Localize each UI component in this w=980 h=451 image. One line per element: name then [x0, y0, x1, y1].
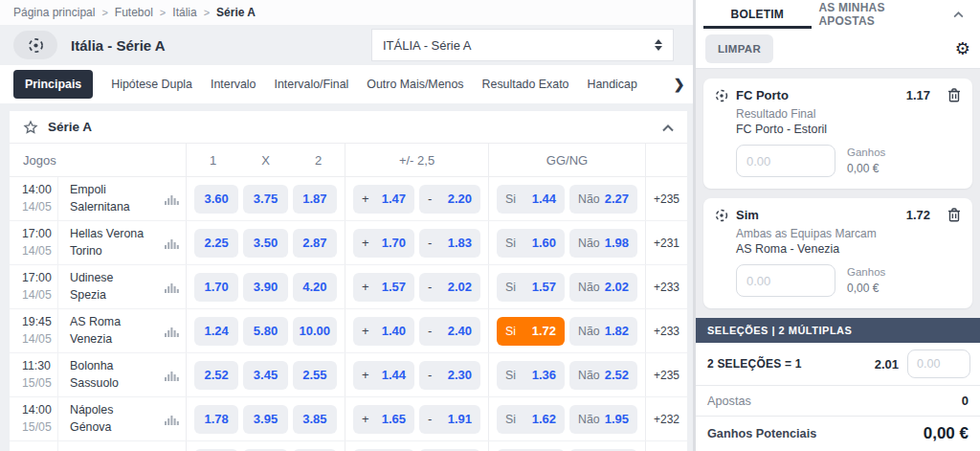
more-markets-link[interactable]: +233	[645, 265, 687, 308]
betslip-collapse-icon[interactable]	[942, 0, 974, 29]
more-markets-link[interactable]	[645, 441, 687, 451]
odds-home-button[interactable]: 2.25	[194, 229, 238, 258]
odds-btts-no-button[interactable]: Não2.02	[569, 273, 637, 302]
betslip-actions: LIMPAR ⚙	[696, 29, 980, 69]
odds-home-button[interactable]: 1.78	[194, 405, 238, 434]
odds-btts-no-button[interactable]: Não1.95	[569, 405, 637, 434]
more-markets-link[interactable]: +233	[645, 309, 687, 352]
odds-home-button[interactable]: 3.60	[194, 185, 238, 214]
stats-icon[interactable]	[157, 221, 186, 264]
odds-btts-no-button[interactable]: Não1.98	[569, 229, 637, 258]
odds-away-button[interactable]: 2.55	[293, 361, 337, 390]
selection-stake-row: Ganhos 0,00 €	[736, 264, 961, 297]
market-tab-intervalo[interactable]: Intervalo	[211, 78, 256, 91]
tab-as-minhas-apostas[interactable]: AS MINHAS APOSTAS	[819, 0, 943, 29]
odds-under-button[interactable]: -2.40	[419, 317, 480, 346]
odds-draw-button[interactable]: 3.90	[243, 273, 287, 302]
more-markets-link[interactable]: +231	[645, 221, 687, 264]
odds-btts-yes-button[interactable]: Si1.36	[497, 361, 565, 390]
odds-over-button[interactable]: +1.57	[353, 273, 414, 302]
tabs-scroll-right-icon[interactable]: ❯	[674, 77, 685, 92]
odds-away-button[interactable]: 1.87	[293, 185, 337, 214]
betslip-sidebar: BOLETIM AS MINHAS APOSTAS LIMPAR ⚙ FC Po…	[693, 0, 980, 451]
btts-group: Si1.57 Não2.02	[488, 265, 645, 308]
odds-away-button[interactable]: 4.20	[293, 273, 337, 302]
match-teams[interactable]: Hellas Verona Torino	[57, 221, 157, 264]
market-tab-hip-tese-dupla[interactable]: Hipótese Dupla	[111, 78, 192, 91]
odds-draw-button[interactable]: 3.50	[243, 229, 287, 258]
breadcrumb-italia[interactable]: Itália	[172, 6, 196, 19]
odds-away-button[interactable]: 3.85	[293, 405, 337, 434]
kickoff-date: 15/05	[22, 375, 57, 392]
odds-over-button[interactable]: +1.44	[353, 361, 414, 390]
gains-value: 0,00 €	[847, 281, 885, 297]
match-teams[interactable]: Nápoles Génova	[57, 397, 157, 440]
match-row: 11:30 15/05 Bolonha Sassuolo 2.52 3.45 2…	[10, 353, 687, 397]
odds-draw-button[interactable]: 3.75	[243, 185, 287, 214]
odds-home-button[interactable]: 1.24	[194, 317, 238, 346]
star-icon[interactable]	[23, 120, 38, 135]
gear-icon[interactable]: ⚙	[955, 40, 970, 57]
league-select[interactable]: ITÁLIA - Série A	[371, 29, 674, 61]
more-markets-link[interactable]: +235	[645, 177, 687, 220]
stake-input[interactable]	[736, 145, 835, 177]
odds-btts-yes-button[interactable]: Si1.62	[497, 405, 565, 434]
match-teams[interactable]: Bolonha Sassuolo	[57, 353, 157, 396]
odds-draw-button[interactable]: 5.80	[243, 317, 287, 346]
clear-button[interactable]: LIMPAR	[705, 34, 773, 63]
tab-boletim[interactable]: BOLETIM	[696, 0, 819, 29]
selection-header: Sim 1.72	[715, 208, 961, 222]
odds-btts-no-button[interactable]: Não2.52	[569, 361, 637, 390]
odds-under-button[interactable]: -1.91	[419, 405, 480, 434]
odds-over-button[interactable]: +1.65	[353, 405, 414, 434]
odds-home-button[interactable]: 1.70	[194, 273, 238, 302]
btts-group	[488, 441, 645, 451]
odds-under-button[interactable]: -2.20	[419, 185, 480, 214]
match-teams[interactable]: Empoli Salernitana	[57, 177, 157, 220]
odds-under-button[interactable]: -1.83	[419, 229, 480, 258]
odds-btts-no-button[interactable]: Não2.27	[569, 185, 637, 214]
odds-away-button[interactable]: 10.00	[293, 317, 337, 346]
chevron-up-icon[interactable]	[662, 119, 674, 136]
odds-btts-yes-button[interactable]: Si1.72	[497, 317, 565, 346]
league-section-header[interactable]: Série A	[10, 111, 687, 144]
odds-draw-button[interactable]: 3.95	[243, 405, 287, 434]
odds-over-button[interactable]: +1.40	[353, 317, 414, 346]
odds-btts-yes-button[interactable]: Si1.60	[497, 229, 565, 258]
odds-draw-button[interactable]: 3.45	[243, 361, 287, 390]
breadcrumb-futebol[interactable]: Futebol	[115, 6, 153, 19]
odds-under-button[interactable]: -2.02	[419, 273, 480, 302]
odds-away-button[interactable]: 2.87	[293, 229, 337, 258]
match-teams[interactable]: Udinese Spezia	[57, 265, 157, 308]
breadcrumb-home[interactable]: Página principal	[13, 6, 95, 19]
market-tab-intervalo-final[interactable]: Intervalo/Final	[275, 78, 349, 91]
odds-under-button[interactable]: -2.30	[419, 361, 480, 390]
market-tab-outro-mais-menos[interactable]: Outro Mais/Menos	[367, 78, 463, 91]
market-tab-resultado-exato[interactable]: Resultado Exato	[482, 78, 569, 91]
stats-icon[interactable]	[157, 177, 186, 220]
more-markets-link[interactable]: +232	[645, 397, 687, 440]
selection-pick: FC Porto	[736, 88, 789, 102]
stats-icon[interactable]	[157, 309, 186, 352]
match-teams[interactable]: AS Roma Venezia	[57, 309, 157, 352]
betslip-selection-card: Sim 1.72 Ambas as Equipas Marcam AS Roma…	[703, 198, 972, 308]
multiples-stake-input[interactable]	[907, 350, 970, 378]
match-teams[interactable]	[57, 441, 157, 451]
odds-over-button[interactable]: +1.70	[353, 229, 414, 258]
stake-input[interactable]	[736, 264, 835, 297]
market-tab-principais[interactable]: Principais	[13, 70, 93, 99]
odds-1x2-group: 3.60 3.75 1.87	[186, 177, 345, 220]
market-tab-handicap[interactable]: Handicap	[587, 78, 636, 91]
trash-icon[interactable]	[947, 88, 961, 102]
stats-icon[interactable]	[157, 397, 186, 440]
stats-icon[interactable]	[157, 353, 186, 396]
trash-icon[interactable]	[947, 208, 961, 222]
stats-icon[interactable]	[157, 265, 186, 308]
odds-over-button[interactable]: +1.47	[353, 185, 414, 214]
odds-btts-no-button[interactable]: Não1.82	[569, 317, 637, 346]
more-markets-link[interactable]: +235	[645, 353, 687, 396]
stats-icon[interactable]	[157, 441, 186, 451]
odds-btts-yes-button[interactable]: Si1.44	[497, 185, 565, 214]
odds-home-button[interactable]: 2.52	[194, 361, 238, 390]
odds-btts-yes-button[interactable]: Si1.57	[497, 273, 565, 302]
